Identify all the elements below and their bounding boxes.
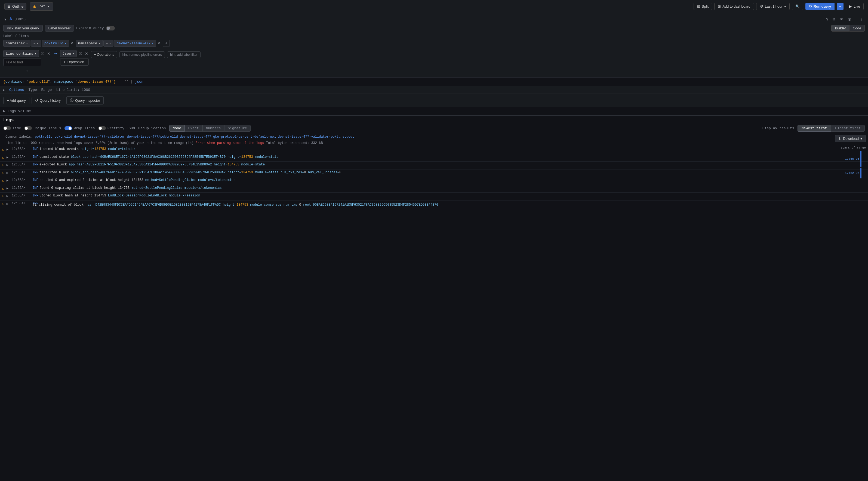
time-toggle[interactable]: [3, 126, 11, 130]
time-range-label: Last 1 hour: [765, 4, 782, 8]
explain-toggle[interactable]: [106, 26, 115, 30]
main-layout: ▾ A (Loki) ? ⧉ 👁 🗑 ⋮⋮ Kick start your qu…: [0, 13, 868, 481]
dedup-signature[interactable]: Signature: [224, 125, 250, 132]
dedup-exact[interactable]: Exact: [185, 125, 203, 132]
search-button[interactable]: 🔍: [792, 3, 803, 10]
log-rows-area: ⚠ ▶ 12:55AM INF indexed block events hei…: [0, 146, 868, 481]
json-help[interactable]: ⓘ: [78, 51, 83, 57]
add-filter-button[interactable]: +: [163, 40, 170, 47]
log-expand-4[interactable]: ▶: [5, 170, 9, 176]
dashboard-icon: ⊞: [718, 4, 721, 8]
collapse-query-button[interactable]: ▾: [3, 17, 7, 22]
sort-options: Newest first Oldest first: [798, 125, 865, 132]
options-toggle[interactable]: Options: [9, 88, 24, 92]
operations-button[interactable]: + Operations: [91, 51, 117, 58]
live-button[interactable]: ▶ Live: [846, 3, 864, 10]
filter2-op-chevron: ▾: [109, 41, 111, 45]
wrap-lines-toggle-label: Wrap lines: [64, 126, 95, 130]
sort-newest[interactable]: Newest first: [798, 125, 831, 132]
time-range-button[interactable]: ⏱ Last 1 hour ▾: [756, 3, 789, 10]
line-contains-help[interactable]: ⓘ: [40, 51, 45, 57]
filter2-value[interactable]: devnet-issue-477 ▾: [114, 40, 156, 47]
log-row: ⚠ ▶ 12:55AM INF settled 0 and expired 0 …: [0, 177, 868, 185]
logs-volume[interactable]: ▶ Logs volume: [0, 107, 868, 116]
logs-volume-label: Logs volume: [8, 109, 31, 113]
log-expand-1[interactable]: ▶: [5, 147, 9, 153]
split-label: Split: [702, 4, 709, 8]
common-labels-area: Common labels: poktrolld poktrolld devne…: [2, 134, 358, 146]
line-limit-info: Line limit: 1000 reached, received logs …: [5, 141, 193, 145]
log-expand-5[interactable]: ▶: [5, 178, 9, 184]
pipeline-op-json: Json ▾ ⓘ ✕ + Expression: [60, 50, 89, 66]
hint2-button[interactable]: hint: add label filter: [167, 52, 200, 58]
timeline-bar-1: [860, 151, 862, 167]
label-browser-button[interactable]: Label browser: [45, 25, 74, 32]
more-icon-button[interactable]: ⋮⋮: [855, 17, 865, 22]
outline-button[interactable]: ☰ Outline: [4, 3, 26, 10]
download-label: Download: [843, 136, 859, 141]
filter1-op[interactable]: = ▾: [31, 40, 41, 47]
hint1-button[interactable]: hint: remove pipeline errors: [120, 52, 165, 58]
pipeline-op-line-contains-header: Line contains ▾ ⓘ ✕: [3, 50, 51, 57]
dedup-none[interactable]: None: [169, 125, 185, 132]
timeline-marker-2: 17:52:05: [845, 168, 862, 179]
query-inspector-button[interactable]: ⓘ Query inspector: [66, 96, 104, 104]
unique-labels-toggle[interactable]: [24, 126, 32, 130]
download-button[interactable]: ⬇ Download ▾: [835, 135, 866, 142]
filter2-remove[interactable]: ✕: [157, 41, 161, 45]
line-contains-select[interactable]: Line contains ▾: [3, 50, 39, 57]
run-query-button[interactable]: ↻ Run query: [805, 3, 835, 10]
log-row: ⚠ ▶ 12:55AM INF finalizing commit of blo…: [0, 200, 868, 209]
copy-icon-button[interactable]: ⧉: [832, 16, 836, 22]
line-contains-add[interactable]: +: [3, 67, 51, 75]
log-row: ⚠ ▶ 12:55AM INF found 0 expiring claims …: [0, 185, 868, 193]
code-button[interactable]: Code: [849, 25, 865, 32]
filter2-key[interactable]: namespace ▾: [75, 40, 103, 47]
eye-icon-button[interactable]: 👁: [839, 17, 845, 22]
log-row: ⚠ ▶ 12:55AM INF committed state block_ap…: [0, 154, 868, 162]
query-row-left: ▾ A (Loki): [3, 17, 26, 22]
content-area: ▶ Logs volume Logs Time Unique labels: [0, 107, 868, 481]
text-to-find-input[interactable]: [3, 58, 41, 66]
filter-group-1: container ▾ = ▾ poktrolld ▾ ✕: [3, 40, 74, 47]
log-expand-6[interactable]: ▶: [5, 186, 9, 192]
sort-oldest[interactable]: Oldest first: [831, 125, 865, 132]
add-dashboard-label: Add to dashboard: [722, 4, 750, 8]
wrap-lines-toggle-knob: [68, 127, 71, 130]
log-expand-3[interactable]: ▶: [5, 162, 9, 168]
type-label: Type: Range: [29, 88, 52, 92]
log-expand-2[interactable]: ▶: [5, 155, 9, 161]
datasource-selector[interactable]: ◉ Loki ▾: [30, 2, 53, 11]
json-select[interactable]: Json ▾: [60, 50, 77, 57]
delete-icon-button[interactable]: 🗑: [847, 17, 853, 22]
split-button[interactable]: ⊟ Split: [693, 3, 712, 10]
clock-icon: ⏱: [760, 4, 763, 8]
filter2-op[interactable]: = ▾: [103, 40, 114, 47]
options-row: ▶ Options Type: Range Line limit: 1000: [0, 86, 868, 94]
pipeline-arrow: →: [53, 50, 58, 57]
wrap-lines-toggle[interactable]: [64, 126, 72, 130]
download-chevron: ▾: [860, 136, 862, 141]
query-history-button[interactable]: ↺ Query history: [32, 97, 64, 104]
add-query-button[interactable]: + Add query: [3, 97, 29, 104]
filter1-key[interactable]: container ▾: [3, 40, 30, 47]
builder-button[interactable]: Builder: [831, 25, 849, 32]
kickstart-button[interactable]: Kick start your query: [3, 25, 43, 32]
dedup-numbers[interactable]: Numbers: [203, 125, 224, 132]
operations-hints: + Operations hint: remove pipeline error…: [91, 50, 200, 58]
timeline-label-2: 17:52:05: [845, 171, 859, 175]
filter1-remove[interactable]: ✕: [70, 41, 74, 45]
labels-download-row: Common labels: poktrolld poktrolld devne…: [0, 134, 868, 146]
prettify-json-toggle-label: Prettify JSON: [98, 126, 135, 130]
help-icon-button[interactable]: ?: [825, 17, 829, 22]
log-expand-7[interactable]: ▶: [5, 193, 9, 199]
filter1-value[interactable]: poktrolld ▾: [42, 40, 69, 47]
json-remove[interactable]: ✕: [84, 52, 89, 56]
line-contains-remove[interactable]: ✕: [46, 52, 51, 56]
prettify-json-toggle[interactable]: [98, 126, 106, 130]
run-query-dropdown[interactable]: ▾: [837, 3, 843, 10]
add-dashboard-button[interactable]: ⊞ Add to dashboard: [714, 3, 754, 10]
expression-button[interactable]: + Expression: [60, 58, 89, 66]
log-warning-icon: ⚠: [0, 147, 5, 153]
prettify-json-toggle-knob: [99, 127, 102, 130]
